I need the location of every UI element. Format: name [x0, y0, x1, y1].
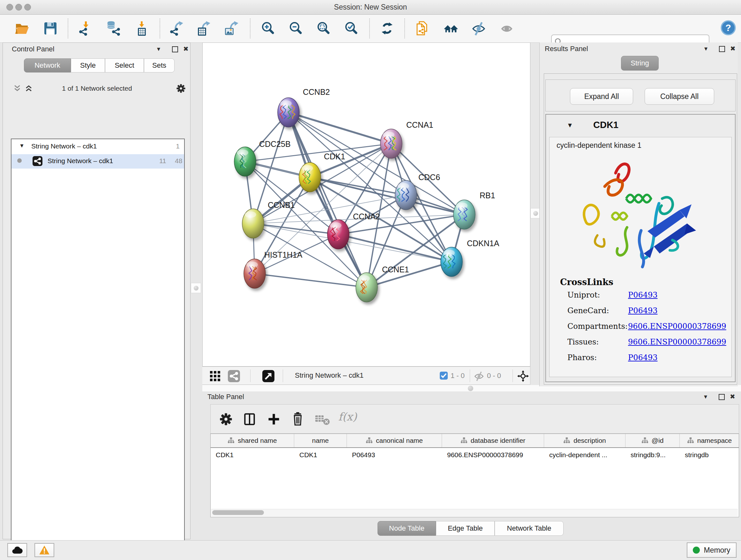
- panel-float-icon[interactable]: [172, 46, 178, 52]
- table-cell[interactable]: 9606.ENSP00000378699: [442, 451, 544, 459]
- left-splitter-handle[interactable]: [191, 283, 201, 293]
- panel-float-icon[interactable]: [719, 46, 725, 52]
- zoom-selected-icon[interactable]: [344, 21, 359, 36]
- column-header-namespace[interactable]: namespace: [680, 434, 739, 447]
- tab-node-table[interactable]: Node Table: [378, 521, 436, 536]
- cloud-button[interactable]: [7, 543, 27, 557]
- table-horizontal-scrollbar[interactable]: [211, 509, 738, 516]
- network-edge[interactable]: [255, 273, 367, 287]
- collapse-all-icon[interactable]: [13, 84, 21, 92]
- network-edge[interactable]: [288, 112, 391, 144]
- open-session-icon[interactable]: [14, 21, 29, 36]
- zoom-fit-icon[interactable]: [316, 21, 331, 36]
- table-cell[interactable]: stringdb:9...: [625, 451, 680, 459]
- zoom-in-icon[interactable]: [260, 21, 276, 36]
- column-header-name[interactable]: name: [294, 434, 347, 447]
- collection-expander-icon[interactable]: ▼: [19, 143, 24, 149]
- table-cell[interactable]: P06493: [347, 451, 442, 459]
- first-neighbors-icon[interactable]: [443, 21, 459, 36]
- export-image-icon[interactable]: [224, 21, 239, 36]
- network-node[interactable]: CDKN1A: [441, 239, 499, 276]
- network-row-selected[interactable]: String Network – cdk1 11 48: [11, 154, 184, 169]
- export-network-icon[interactable]: [169, 21, 184, 36]
- import-table-icon[interactable]: [134, 21, 150, 36]
- column-header-database-identifier[interactable]: database identifier: [442, 434, 544, 447]
- network-node[interactable]: RB1: [454, 191, 495, 229]
- birds-eye-view-icon[interactable]: [262, 370, 274, 382]
- refresh-icon[interactable]: [380, 21, 395, 36]
- zoom-out-icon[interactable]: [288, 21, 304, 36]
- network-node[interactable]: HIST1H1A: [244, 250, 302, 288]
- column-header-canonical-name[interactable]: canonical name: [347, 434, 442, 447]
- panel-close-icon[interactable]: ✖: [730, 393, 735, 400]
- network-edge[interactable]: [253, 224, 338, 234]
- network-canvas[interactable]: CCNB2CCNA1CDC25BCDK1CDC6RB1CCNB1CCNA2CDK…: [202, 43, 530, 367]
- panel-menu-icon[interactable]: ▾: [704, 393, 707, 400]
- import-database-icon[interactable]: [106, 21, 121, 36]
- toolbar-separator: [68, 18, 68, 38]
- network-node[interactable]: CCNE1: [356, 265, 409, 302]
- scrollbar-thumb[interactable]: [212, 510, 264, 515]
- network-view-toolbar: String Network – cdk1 1 - 0 0 - 0: [202, 367, 530, 385]
- crosslink-link[interactable]: P06493: [628, 353, 658, 362]
- network-edge[interactable]: [338, 234, 452, 262]
- network-options-gear-icon[interactable]: [176, 83, 186, 94]
- table-options-gear-icon[interactable]: [219, 412, 233, 426]
- table-cell[interactable]: stringdb: [680, 451, 739, 459]
- column-type-icon: [227, 437, 234, 444]
- panel-float-icon[interactable]: [719, 394, 725, 400]
- table-row[interactable]: CDK1CDK1P064939606.ENSP00000378699cyclin…: [211, 448, 739, 462]
- help-icon[interactable]: ?: [720, 19, 737, 36]
- crosslink-link[interactable]: P06493: [628, 291, 658, 300]
- tab-select[interactable]: Select: [105, 58, 144, 72]
- network-edge[interactable]: [288, 112, 367, 287]
- column-header--id[interactable]: @id: [625, 434, 680, 447]
- string-results-container: Expand All Collapse All ▼ CDK1 cyclin-de…: [544, 73, 737, 385]
- show-columns-icon[interactable]: [243, 412, 257, 426]
- memory-button[interactable]: Memory: [687, 543, 737, 558]
- crosslink-link[interactable]: 9606.ENSP00000378699: [628, 322, 726, 331]
- add-column-icon[interactable]: [267, 412, 281, 426]
- new-network-from-selection-icon[interactable]: [414, 21, 429, 36]
- panel-close-icon[interactable]: ✖: [183, 45, 189, 53]
- panel-menu-icon[interactable]: ▾: [704, 45, 708, 52]
- tab-network-table[interactable]: Network Table: [495, 521, 563, 536]
- splitter-handle[interactable]: [468, 386, 473, 391]
- grid-view-icon[interactable]: [209, 370, 221, 382]
- entry-expander-icon[interactable]: ▼: [567, 122, 573, 129]
- tab-style[interactable]: Style: [71, 58, 105, 72]
- column-header-description[interactable]: description: [544, 434, 625, 447]
- tab-edge-table[interactable]: Edge Table: [436, 521, 495, 536]
- import-network-icon[interactable]: [78, 21, 93, 36]
- show-all-icon[interactable]: [499, 21, 515, 36]
- panel-close-icon[interactable]: ✖: [730, 45, 736, 52]
- panel-menu-icon[interactable]: ▾: [157, 45, 160, 53]
- tab-string[interactable]: String: [621, 56, 659, 71]
- hide-selected-icon[interactable]: [471, 21, 486, 36]
- export-table-icon[interactable]: [196, 21, 211, 36]
- column-header-shared-name[interactable]: shared name: [211, 434, 294, 447]
- pan-crosshair-icon[interactable]: [517, 370, 529, 382]
- network-edge[interactable]: [288, 112, 464, 214]
- crosslink-link[interactable]: 9606.ENSP00000378699: [628, 337, 726, 347]
- network-node-count: 11: [159, 157, 166, 165]
- network-collection-row[interactable]: ▼ String Network – cdk1 1: [11, 140, 184, 154]
- tab-sets[interactable]: Sets: [144, 58, 175, 72]
- tab-network[interactable]: Network: [24, 58, 71, 72]
- network-view-badge-icon[interactable]: [228, 370, 240, 382]
- warnings-button[interactable]: [35, 543, 54, 557]
- delete-column-icon[interactable]: [290, 412, 305, 426]
- expand-all-button[interactable]: Expand All: [570, 88, 633, 105]
- network-node[interactable]: CCNA1: [381, 120, 433, 159]
- selected-nodes-checkbox[interactable]: [440, 372, 448, 380]
- crosslink-link[interactable]: P06493: [628, 306, 658, 315]
- network-edge[interactable]: [367, 262, 452, 287]
- table-cell[interactable]: cyclin-dependent ...: [544, 451, 625, 459]
- network-graph[interactable]: CCNB2CCNA1CDC25BCDK1CDC6RB1CCNB1CCNA2CDK…: [203, 43, 530, 366]
- save-session-icon[interactable]: [43, 21, 58, 36]
- expand-all-icon[interactable]: [24, 84, 33, 92]
- collapse-all-button[interactable]: Collapse All: [645, 88, 714, 105]
- table-cell[interactable]: CDK1: [294, 451, 347, 459]
- memory-status-dot: [693, 547, 700, 554]
- table-cell[interactable]: CDK1: [211, 451, 294, 459]
